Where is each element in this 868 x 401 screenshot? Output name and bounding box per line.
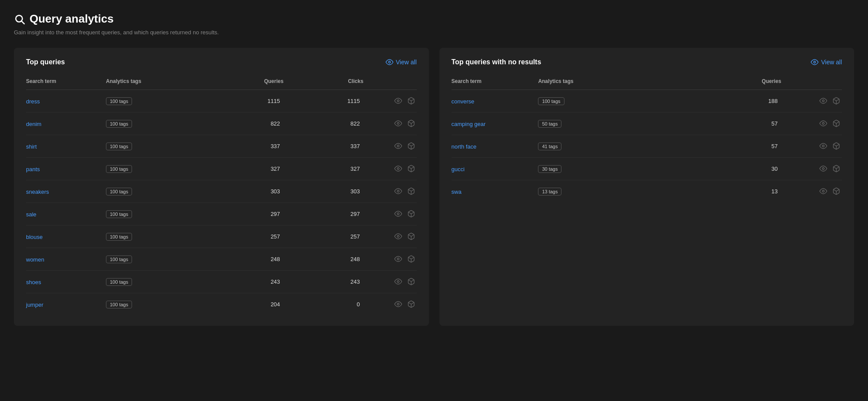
tag-badge[interactable]: 100 tags — [106, 210, 132, 218]
search-term-link[interactable]: converse — [452, 98, 475, 105]
tag-badge[interactable]: 41 tags — [538, 143, 561, 150]
view-button[interactable] — [818, 164, 829, 173]
view-button[interactable] — [393, 254, 404, 264]
view-button[interactable] — [818, 119, 829, 128]
box-button[interactable] — [406, 141, 417, 151]
svg-point-5 — [397, 123, 399, 125]
clicks-cell: 822 — [284, 113, 363, 135]
view-button[interactable] — [393, 277, 404, 286]
search-term-link[interactable]: swa — [452, 189, 462, 195]
table-row: converse 100 tags 188 — [452, 90, 842, 113]
top-queries-title: Top queries — [26, 58, 65, 66]
tag-badge[interactable]: 100 tags — [106, 97, 132, 105]
top-queries-header: Top queries View all — [26, 58, 417, 66]
no-results-panel: Top queries with no results View all Sea… — [439, 48, 855, 326]
view-button[interactable] — [393, 186, 404, 196]
queries-cell: 188 — [660, 90, 781, 113]
box-button[interactable] — [831, 141, 842, 151]
box-button[interactable] — [406, 232, 417, 241]
search-term-cell: pants — [26, 158, 106, 180]
top-queries-view-all[interactable]: View all — [386, 58, 417, 66]
actions-cell — [781, 113, 842, 135]
view-button[interactable] — [393, 299, 404, 309]
tag-badge[interactable]: 100 tags — [106, 278, 132, 286]
tag-badge[interactable]: 100 tags — [106, 255, 132, 263]
view-button[interactable] — [818, 96, 829, 106]
search-term-link[interactable]: shoes — [26, 279, 41, 285]
view-button[interactable] — [393, 232, 404, 241]
search-term-cell: denim — [26, 113, 106, 135]
col-search-term-r: Search term — [452, 75, 538, 90]
view-button[interactable] — [393, 164, 404, 173]
box-button[interactable] — [831, 119, 842, 128]
svg-point-23 — [814, 61, 816, 63]
search-term-link[interactable]: jumper — [26, 302, 43, 308]
page-subtitle: Gain insight into the most frequent quer… — [14, 29, 219, 36]
search-term-cell: sneakers — [26, 180, 106, 203]
view-button[interactable] — [393, 96, 404, 106]
search-term-link[interactable]: dress — [26, 98, 40, 105]
tag-badge[interactable]: 50 tags — [538, 120, 561, 128]
box-button[interactable] — [406, 96, 417, 106]
col-analytics-tags-r: Analytics tags — [538, 75, 660, 90]
svg-point-30 — [822, 168, 825, 170]
search-term-link[interactable]: gucci — [452, 166, 465, 172]
tag-badge[interactable]: 100 tags — [106, 143, 132, 150]
main-content: Top queries View all Search term Analyti… — [0, 44, 868, 340]
view-button[interactable] — [393, 119, 404, 128]
tag-badge[interactable]: 100 tags — [106, 233, 132, 241]
view-button[interactable] — [393, 209, 404, 219]
tag-badge[interactable]: 13 tags — [538, 188, 561, 196]
box-button[interactable] — [406, 277, 417, 286]
box-button[interactable] — [406, 254, 417, 264]
search-term-link[interactable]: sale — [26, 211, 36, 218]
tag-badge[interactable]: 100 tags — [106, 188, 132, 196]
search-term-link[interactable]: sneakers — [26, 189, 49, 195]
queries-cell: 30 — [660, 158, 781, 180]
clicks-cell: 297 — [284, 203, 363, 225]
col-search-term: Search term — [26, 75, 106, 90]
svg-point-17 — [397, 258, 399, 260]
search-term-link[interactable]: pants — [26, 166, 40, 172]
actions-cell — [363, 90, 417, 113]
box-button[interactable] — [406, 164, 417, 173]
box-button[interactable] — [406, 186, 417, 196]
queries-cell: 57 — [660, 113, 781, 135]
clicks-cell: 243 — [284, 271, 363, 293]
box-button[interactable] — [831, 96, 842, 106]
tag-badge[interactable]: 100 tags — [106, 301, 132, 308]
svg-point-7 — [397, 145, 399, 147]
box-button[interactable] — [831, 186, 842, 196]
box-button[interactable] — [831, 164, 842, 173]
box-button[interactable] — [406, 209, 417, 219]
no-results-view-all[interactable]: View all — [811, 58, 842, 66]
view-button[interactable] — [393, 141, 404, 151]
no-results-title: Top queries with no results — [452, 58, 541, 66]
search-term-link[interactable]: blouse — [26, 234, 43, 240]
search-term-link[interactable]: shirt — [26, 143, 37, 150]
tag-badge[interactable]: 100 tags — [538, 97, 564, 105]
box-button[interactable] — [406, 119, 417, 128]
search-term-link[interactable]: denim — [26, 121, 41, 127]
search-term-cell: gucci — [452, 158, 538, 180]
view-button[interactable] — [818, 186, 829, 196]
table-row: shirt 100 tags 337 337 — [26, 135, 417, 158]
table-row: north face 41 tags 57 — [452, 135, 842, 158]
search-term-link[interactable]: camping gear — [452, 121, 486, 127]
box-button[interactable] — [406, 299, 417, 309]
tag-badge[interactable]: 30 tags — [538, 165, 561, 173]
tags-cell: 30 tags — [538, 158, 660, 180]
tags-cell: 13 tags — [538, 180, 660, 203]
table-row: women 100 tags 248 248 — [26, 248, 417, 271]
search-term-link[interactable]: north face — [452, 143, 477, 150]
actions-cell — [363, 158, 417, 180]
tag-badge[interactable]: 100 tags — [106, 120, 132, 128]
tags-cell: 100 tags — [106, 158, 204, 180]
view-button[interactable] — [818, 141, 829, 151]
queries-cell: 297 — [204, 203, 284, 225]
search-term-link[interactable]: women — [26, 256, 44, 263]
tag-badge[interactable]: 100 tags — [106, 165, 132, 173]
page-title: Query analytics — [30, 12, 114, 26]
table-row: shoes 100 tags 243 243 — [26, 271, 417, 293]
tags-cell: 100 tags — [106, 225, 204, 248]
